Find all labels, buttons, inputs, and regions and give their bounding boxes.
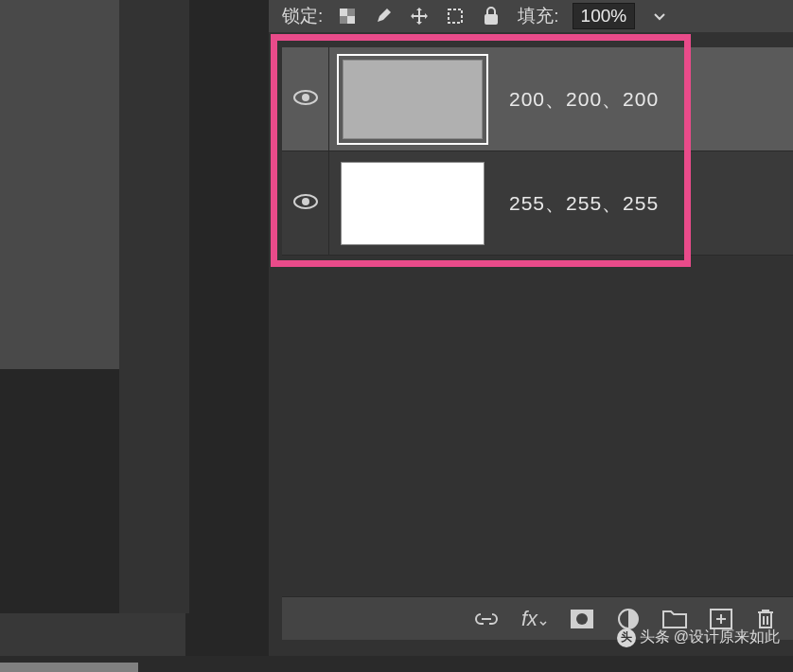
eye-icon bbox=[293, 193, 318, 214]
layer-effects-icon[interactable]: fx bbox=[521, 607, 547, 631]
layer-thumbnail bbox=[337, 54, 488, 145]
svg-rect-0 bbox=[340, 9, 347, 16]
lock-label: 锁定: bbox=[282, 4, 323, 28]
layer-row[interactable]: 200、200、200 bbox=[282, 47, 793, 151]
layer-thumbnail-cell[interactable] bbox=[329, 151, 496, 255]
adjustment-layer-icon[interactable] bbox=[617, 608, 640, 630]
eye-icon bbox=[293, 89, 318, 110]
layers-panel: 锁定: 填充: 100% bbox=[269, 0, 793, 656]
new-layer-icon[interactable] bbox=[710, 609, 732, 629]
lock-artboard-icon[interactable] bbox=[444, 5, 467, 27]
link-layers-icon[interactable] bbox=[474, 612, 499, 626]
svg-point-11 bbox=[576, 613, 588, 625]
layer-row[interactable]: 255、255、255 bbox=[282, 151, 793, 256]
layer-mask-icon[interactable] bbox=[570, 609, 594, 629]
layer-name[interactable]: 255、255、255 bbox=[509, 190, 659, 217]
layer-lock-bar: 锁定: 填充: 100% bbox=[269, 0, 793, 32]
lock-brush-icon[interactable] bbox=[372, 5, 395, 27]
lock-transparency-icon[interactable] bbox=[336, 5, 359, 27]
svg-rect-2 bbox=[347, 9, 355, 16]
visibility-toggle[interactable] bbox=[282, 151, 329, 255]
fill-label: 填充: bbox=[518, 4, 558, 28]
watermark-prefix: 头条 bbox=[640, 628, 670, 647]
delete-layer-icon[interactable] bbox=[755, 608, 776, 630]
fill-value-input[interactable]: 100% bbox=[573, 3, 635, 29]
lock-all-icon[interactable] bbox=[480, 5, 502, 27]
lock-position-icon[interactable] bbox=[408, 5, 431, 27]
watermark: 头 头条 @设计原来如此 bbox=[617, 628, 780, 647]
tab-indicator bbox=[0, 663, 138, 672]
canvas-preview-area bbox=[0, 0, 119, 369]
watermark-logo-icon: 头 bbox=[617, 628, 636, 647]
svg-rect-5 bbox=[485, 14, 498, 25]
layer-name[interactable]: 200、200、200 bbox=[509, 86, 659, 113]
layers-list: 200、200、200 255、255、255 bbox=[282, 47, 793, 256]
status-footer bbox=[0, 613, 185, 661]
new-group-icon[interactable] bbox=[662, 609, 687, 629]
chevron-down-icon[interactable] bbox=[654, 9, 665, 24]
watermark-handle: @设计原来如此 bbox=[674, 628, 780, 647]
layer-thumbnail bbox=[337, 158, 488, 249]
svg-rect-1 bbox=[347, 16, 355, 24]
svg-rect-3 bbox=[340, 16, 347, 24]
layer-thumbnail-cell[interactable] bbox=[329, 47, 496, 150]
svg-rect-4 bbox=[449, 9, 462, 23]
window-frame-bottom bbox=[0, 656, 793, 672]
visibility-toggle[interactable] bbox=[282, 47, 329, 150]
svg-point-7 bbox=[302, 94, 309, 101]
scrollbar-track[interactable] bbox=[172, 0, 185, 246]
svg-point-9 bbox=[302, 198, 309, 205]
